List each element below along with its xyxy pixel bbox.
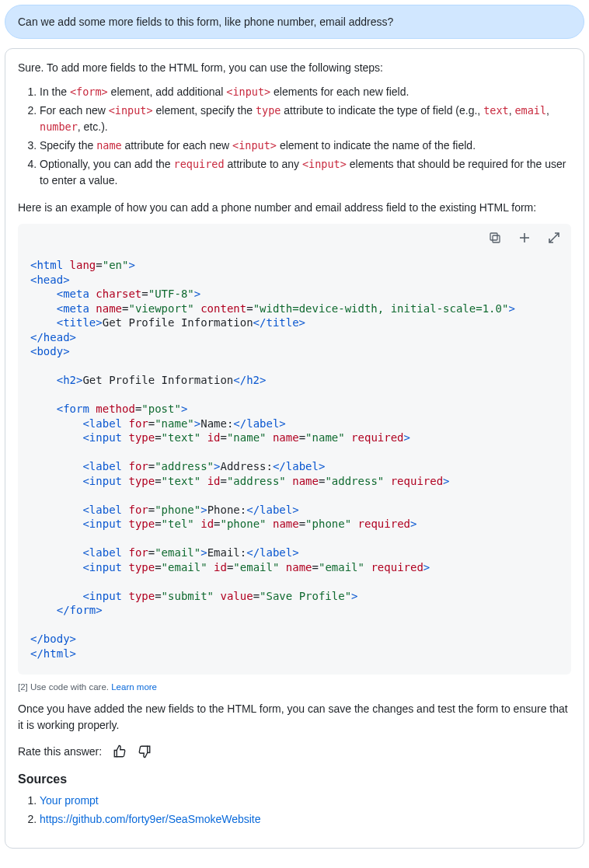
code-content[interactable]: <html lang="en"> <head> <meta charset="U… [18, 224, 571, 675]
svg-rect-1 [490, 233, 497, 240]
svg-line-4 [554, 233, 559, 238]
code-block: <html lang="en"> <head> <meta charset="U… [18, 224, 571, 675]
source-link[interactable]: https://github.com/forty9er/SeaSmokeWebs… [40, 813, 261, 825]
learn-more-link[interactable]: Learn more [111, 682, 157, 692]
sources-heading: Sources [18, 772, 571, 786]
rate-row: Rate this answer: [18, 744, 571, 758]
thumbs-up-icon[interactable] [113, 744, 127, 758]
svg-line-5 [549, 238, 554, 242]
source-link[interactable]: Your prompt [40, 794, 99, 807]
answer-outro: Once you have added the new fields to th… [18, 701, 571, 734]
user-message-text: Can we add some more fields to this form… [18, 16, 393, 28]
source-item: https://github.com/forty9er/SeaSmokeWebs… [40, 811, 571, 828]
rate-label: Rate this answer: [18, 745, 102, 758]
insert-icon[interactable] [518, 232, 531, 244]
expand-icon[interactable] [548, 232, 560, 244]
source-item: Your prompt [40, 793, 571, 809]
instruction-step: Specify the name attribute for each new … [40, 138, 571, 154]
example-lead: Here is an example of how you can add a … [18, 200, 571, 216]
warning-ref: [2] [18, 682, 28, 692]
sources-list: Your prompthttps://github.com/forty9er/S… [18, 793, 571, 828]
instruction-step: For each new <input> element, specify th… [40, 103, 571, 135]
instruction-step: Optionally, you can add the required att… [40, 156, 571, 189]
code-toolbar [489, 232, 560, 244]
assistant-answer-card: Sure. To add more fields to the HTML for… [5, 48, 584, 849]
thumbs-down-icon[interactable] [138, 744, 152, 758]
warning-text: Use code with care. [30, 682, 109, 692]
instruction-steps-list: In the <form> element, add additional <i… [18, 84, 571, 189]
user-message-bubble: Can we add some more fields to this form… [5, 5, 584, 39]
copy-icon[interactable] [489, 232, 501, 244]
svg-rect-0 [493, 235, 500, 242]
code-warning: [2] Use code with care. Learn more [18, 682, 571, 692]
instruction-step: In the <form> element, add additional <i… [40, 84, 571, 100]
answer-intro: Sure. To add more fields to the HTML for… [18, 60, 571, 76]
